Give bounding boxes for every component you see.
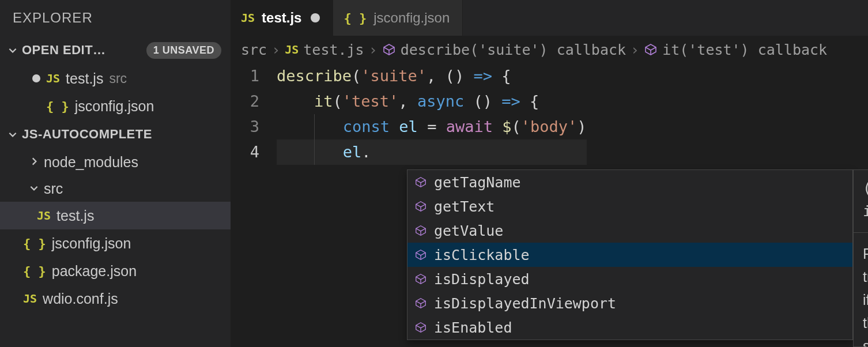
open-editors-header[interactable]: OPEN EDIT… 1 UNSAVED <box>0 36 231 65</box>
symbol-method-icon <box>414 321 427 334</box>
symbol-method-icon <box>644 43 658 56</box>
open-editor-item[interactable]: JS test.js src <box>0 65 231 92</box>
chevron-down-icon <box>6 45 20 55</box>
explorer-panel: EXPLORER OPEN EDIT… 1 UNSAVED JS test.js… <box>0 0 231 347</box>
file-package-json[interactable]: { } package.json <box>0 257 231 285</box>
json-file-icon: { } <box>23 264 46 278</box>
unsaved-badge: 1 UNSAVED <box>146 42 221 59</box>
autocomplete-item[interactable]: isDisplayedInViewport <box>407 291 852 315</box>
open-editor-path: src <box>109 71 127 86</box>
autocomplete-item[interactable]: getText <box>407 194 852 218</box>
editor-area: JS test.js { } jsconfig.json src › JS te… <box>231 0 868 347</box>
tab-label: jsconfig.json <box>373 10 450 26</box>
symbol-method-icon <box>414 200 427 213</box>
breadcrumb-part[interactable]: describe('suite') callback <box>401 42 626 58</box>
js-file-icon: JS <box>241 11 255 25</box>
js-file-icon: JS <box>285 43 299 56</box>
autocomplete-popup[interactable]: getTagName getText getValue isClickable … <box>407 169 853 340</box>
json-file-icon: { } <box>344 11 367 25</box>
js-file-icon: JS <box>46 71 60 85</box>
breadcrumb[interactable]: src › JS test.js › describe('suite') cal… <box>231 36 868 63</box>
explorer-title: EXPLORER <box>0 0 231 36</box>
autocomplete-item[interactable]: getTagName <box>407 170 852 194</box>
chevron-right-icon: › <box>631 42 639 58</box>
chevron-right-icon: › <box>271 42 280 58</box>
symbol-method-icon <box>414 176 427 188</box>
js-file-icon: JS <box>23 292 37 305</box>
symbol-method-icon <box>414 297 427 310</box>
json-file-icon: { } <box>23 236 46 251</box>
line-number-gutter: 1 2 3 4 <box>231 63 277 347</box>
chevron-right-icon: › <box>369 42 378 58</box>
line-number: 3 <box>231 114 259 139</box>
open-editor-filename: test.js <box>66 70 103 87</box>
unsaved-dot-icon <box>32 74 40 82</box>
autocomplete-item[interactable]: getValue <box>407 218 852 243</box>
file-jsconfig-json[interactable]: { } jsconfig.json <box>0 229 231 257</box>
line-number: 4 <box>231 139 259 165</box>
autocomplete-item[interactable]: isEnabled <box>407 315 852 340</box>
tab-bar: JS test.js { } jsconfig.json <box>231 0 868 36</box>
autocomplete-item-selected[interactable]: isClickable <box>407 243 852 267</box>
symbol-method-icon <box>382 43 396 56</box>
chevron-down-icon <box>29 180 39 197</box>
project-header[interactable]: JS-AUTOCOMPLETE <box>0 120 231 149</box>
json-file-icon: { } <box>46 99 69 114</box>
js-file-icon: JS <box>37 209 51 222</box>
symbol-method-icon <box>414 224 427 237</box>
breadcrumb-part[interactable]: src <box>241 42 267 58</box>
line-number: 2 <box>231 89 259 114</box>
breadcrumb-part[interactable]: test.js <box>303 42 364 58</box>
chevron-right-icon <box>29 154 39 170</box>
divider <box>854 232 868 233</box>
unsaved-dot-icon <box>311 13 320 22</box>
open-editors-label: OPEN EDIT… <box>22 43 146 58</box>
project-name: JS-AUTOCOMPLETE <box>22 127 225 142</box>
file-wdio-conf-js[interactable]: JS wdio.conf.js <box>0 285 231 312</box>
open-editor-filename: jsconfig.json <box>75 98 154 115</box>
symbol-method-icon <box>414 248 427 261</box>
chevron-down-icon <box>6 129 20 139</box>
autocomplete-detail: (method) isClickable(): Return true if t… <box>853 169 868 347</box>
autocomplete-item[interactable]: isDisplayed <box>407 267 852 291</box>
breadcrumb-part[interactable]: it('test') callback <box>662 42 827 58</box>
folder-node-modules[interactable]: node_modules <box>0 149 231 175</box>
file-test-js[interactable]: JS test.js <box>0 202 231 229</box>
tab-jsconfig-json[interactable]: { } jsconfig.json <box>333 0 463 36</box>
folder-src[interactable]: src <box>0 175 231 202</box>
line-number: 1 <box>231 63 259 89</box>
open-editor-item[interactable]: { } jsconfig.json <box>0 92 231 120</box>
symbol-method-icon <box>414 273 427 285</box>
tab-test-js[interactable]: JS test.js <box>231 0 333 36</box>
tab-label: test.js <box>262 10 301 26</box>
